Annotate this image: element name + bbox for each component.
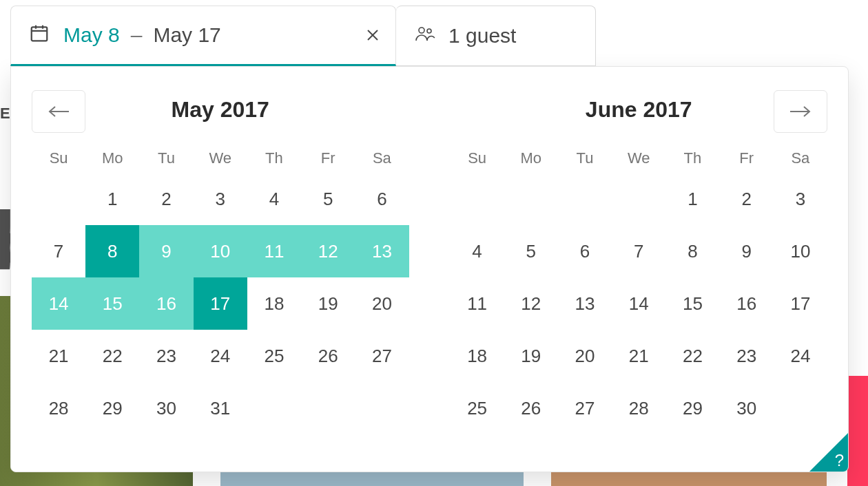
arrow-left-icon <box>47 105 70 118</box>
calendar-month-left: May 2017 SuMoTuWeThFrSa 1234567891011121… <box>32 87 409 434</box>
calendar-day[interactable]: 13 <box>558 277 612 330</box>
calendar-day[interactable]: 6 <box>355 173 409 225</box>
calendar-day[interactable]: 5 <box>301 173 355 225</box>
calendar-day[interactable]: 6 <box>558 225 612 277</box>
weekday-label: Fr <box>301 144 355 173</box>
weekday-label: Th <box>665 144 719 173</box>
calendar-day[interactable]: 1 <box>665 173 719 225</box>
calendar-day[interactable]: 8 <box>665 225 719 277</box>
weekday-label: Sa <box>774 144 827 173</box>
calendar-day[interactable]: 25 <box>451 382 504 434</box>
picker-tabs-row: May 8 – May 17 1 guest <box>10 6 596 66</box>
weekday-label: Tu <box>558 144 612 173</box>
calendar-day[interactable]: 27 <box>355 330 409 382</box>
month-title: June 2017 <box>451 87 828 136</box>
calendar-day[interactable]: 20 <box>558 330 612 382</box>
weekday-row: SuMoTuWeThFrSa <box>451 144 828 173</box>
calendar-day[interactable]: 16 <box>720 277 774 330</box>
calendar-day[interactable]: 29 <box>85 382 139 434</box>
calendar-day[interactable]: 13 <box>355 225 409 277</box>
calendar-day[interactable]: 11 <box>451 277 504 330</box>
weekday-label: Tu <box>139 144 193 173</box>
calendar-day[interactable]: 2 <box>720 173 774 225</box>
calendar-day[interactable]: 14 <box>32 277 85 330</box>
calendar-day[interactable]: 21 <box>32 330 85 382</box>
calendar-day[interactable]: 7 <box>32 225 85 277</box>
calendar-day[interactable]: 22 <box>665 330 719 382</box>
calendar-day[interactable]: 1 <box>85 173 139 225</box>
calendar-day[interactable]: 26 <box>301 330 355 382</box>
svg-point-7 <box>427 29 431 33</box>
calendar-day[interactable]: 28 <box>612 382 665 434</box>
calendar-day[interactable]: 27 <box>558 382 612 434</box>
calendar-day[interactable]: 3 <box>194 173 247 225</box>
calendar-day[interactable]: 18 <box>451 330 504 382</box>
calendar-day[interactable]: 28 <box>32 382 85 434</box>
calendar-day-empty <box>612 173 665 225</box>
calendar-day[interactable]: 17 <box>774 277 827 330</box>
calendar-day[interactable]: 14 <box>612 277 665 330</box>
arrow-right-icon <box>789 105 812 118</box>
dates-tab[interactable]: May 8 – May 17 <box>10 6 396 66</box>
calendar-day[interactable]: 12 <box>504 277 558 330</box>
calendar-day[interactable]: 15 <box>85 277 139 330</box>
calendar-day[interactable]: 4 <box>451 225 504 277</box>
days-grid: 1234567891011121314151617181920212223242… <box>32 173 409 434</box>
calendar-day[interactable]: 19 <box>301 277 355 330</box>
month-title: May 2017 <box>32 87 409 136</box>
calendar-day[interactable]: 30 <box>139 382 193 434</box>
prev-month-button[interactable] <box>32 90 85 133</box>
dates-tab-start: May 8 <box>63 23 120 47</box>
calendar-day[interactable]: 24 <box>774 330 827 382</box>
calendar-day[interactable]: 16 <box>139 277 193 330</box>
weekday-label: Su <box>451 144 504 173</box>
guests-icon <box>414 23 436 49</box>
calendar-day-empty <box>558 173 612 225</box>
calendar-day-end[interactable]: 17 <box>194 277 247 330</box>
calendar-day[interactable]: 24 <box>194 330 247 382</box>
calendar-day[interactable]: 31 <box>194 382 247 434</box>
calendar-day[interactable]: 9 <box>720 225 774 277</box>
calendar-day[interactable]: 30 <box>720 382 774 434</box>
weekday-label: Mo <box>85 144 139 173</box>
calendar-day[interactable]: 12 <box>301 225 355 277</box>
weekday-row: SuMoTuWeThFrSa <box>32 144 409 173</box>
guests-tab-label: 1 guest <box>448 24 516 47</box>
calendar-day[interactable]: 18 <box>247 277 301 330</box>
calendar-day-empty <box>504 173 558 225</box>
calendar-day[interactable]: 4 <box>247 173 301 225</box>
dates-tab-separator: – <box>131 23 143 47</box>
weekday-label: We <box>612 144 665 173</box>
calendar-month-right: June 2017 SuMoTuWeThFrSa 123456789101112… <box>451 87 828 434</box>
calendar-day[interactable]: 29 <box>665 382 719 434</box>
calendar-day[interactable]: 9 <box>139 225 193 277</box>
calendar-day-start[interactable]: 8 <box>85 225 139 277</box>
calendar-day[interactable]: 2 <box>139 173 193 225</box>
calendar-day[interactable]: 7 <box>612 225 665 277</box>
calendar-day-empty <box>32 173 85 225</box>
clear-dates-button[interactable] <box>362 25 383 45</box>
calendar-day[interactable]: 3 <box>774 173 827 225</box>
date-picker-panel: May 2017 SuMoTuWeThFrSa 1234567891011121… <box>10 66 849 472</box>
calendar-day[interactable]: 19 <box>504 330 558 382</box>
weekday-label: Mo <box>504 144 558 173</box>
help-button[interactable]: ? <box>835 451 844 470</box>
svg-rect-0 <box>32 27 48 41</box>
calendar-day[interactable]: 20 <box>355 277 409 330</box>
calendar-day[interactable]: 15 <box>665 277 719 330</box>
svg-point-6 <box>419 28 424 33</box>
guests-tab[interactable]: 1 guest <box>396 6 596 66</box>
calendar-day[interactable]: 25 <box>247 330 301 382</box>
calendar-day[interactable]: 10 <box>194 225 247 277</box>
calendar-day[interactable]: 10 <box>774 225 827 277</box>
calendar-day[interactable]: 5 <box>504 225 558 277</box>
next-month-button[interactable] <box>774 90 827 133</box>
weekday-label: Fr <box>720 144 774 173</box>
calendar-day[interactable]: 22 <box>85 330 139 382</box>
calendar-day[interactable]: 11 <box>247 225 301 277</box>
calendar-day[interactable]: 23 <box>720 330 774 382</box>
calendar-day[interactable]: 26 <box>504 382 558 434</box>
calendar-day[interactable]: 21 <box>612 330 665 382</box>
calendar-day-empty <box>451 173 504 225</box>
calendar-day[interactable]: 23 <box>139 330 193 382</box>
